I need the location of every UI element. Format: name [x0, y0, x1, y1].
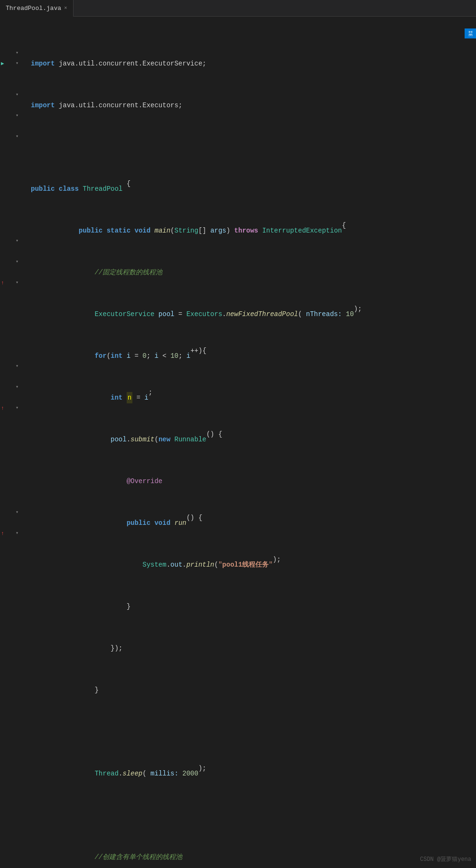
- gutter-line-15: [0, 163, 22, 173]
- code-line-16: }: [31, 685, 476, 695]
- code-line-6: //固定线程数的线程池: [31, 267, 476, 278]
- tab-bar: ThreadPool.java ×: [0, 0, 476, 17]
- code-line-19: [31, 810, 476, 821]
- gutter-line-28: [0, 299, 22, 309]
- gutter-line-21: [0, 225, 22, 236]
- gutter-line-47: [0, 497, 22, 507]
- code-line-8: for(int i = 0; i < 10; i++){: [31, 351, 476, 361]
- gutter-line-54: [0, 570, 22, 580]
- gutter-line-25: [0, 267, 22, 278]
- gutter-line-39: [0, 413, 22, 424]
- gutter-line-8: ▾: [0, 90, 22, 100]
- gutter-line-33: [0, 351, 22, 361]
- gutter-line-27: [0, 288, 22, 299]
- code-line-14: }: [31, 601, 476, 612]
- gutter-line-13: [0, 142, 22, 152]
- gutter-line-41: [0, 434, 22, 445]
- tab-close-button[interactable]: ×: [64, 5, 67, 11]
- gutter-line-43: [0, 455, 22, 466]
- gutter-line-24: ▾: [0, 257, 22, 267]
- code-line-13: System.out.println("pool1线程任务");: [31, 560, 476, 570]
- tab-filename: ThreadPool.java: [6, 5, 61, 12]
- gutter-line-53: [0, 560, 22, 570]
- code-line-2: import java.util.concurrent.Executors;: [31, 100, 476, 111]
- gutter-line-31: [0, 330, 22, 340]
- line-gutter: ▾ ▶▾ ▾ ▾ ▾: [0, 17, 26, 868]
- gutter-line-44: [0, 466, 22, 476]
- gutter-line-10: ▾: [0, 111, 22, 121]
- gutter-line-16: [0, 173, 22, 184]
- code-line-4: public class ThreadPool {: [31, 184, 476, 194]
- gutter-line-52: [0, 549, 22, 560]
- code-line-9: int n = i;: [31, 392, 476, 403]
- gutter-line-50: ↑▾: [0, 528, 22, 539]
- code-line-10: pool.submit(new Runnable() {: [31, 434, 476, 445]
- gutter-line-56: [0, 591, 22, 601]
- gutter-line-40: [0, 424, 22, 434]
- code-area: ▾ ▶▾ ▾ ▾ ▾: [0, 17, 476, 868]
- code-line-12: public void run() {: [31, 518, 476, 528]
- gutter-line-49: [0, 518, 22, 528]
- gutter-line-35: [0, 372, 22, 382]
- code-line-17: [31, 727, 476, 737]
- gutter-line-20: [0, 215, 22, 225]
- gutter-line-48: ▾: [0, 507, 22, 518]
- gutter-line-38: ↑▾: [0, 403, 22, 413]
- code-line-20: //创建含有单个线程的线程池: [31, 852, 476, 862]
- gutter-line-18: [0, 194, 22, 205]
- gutter-line-9: [0, 100, 22, 111]
- editor-container: ▾ ▶▾ ▾ ▾ ▾: [0, 17, 476, 868]
- gutter-line-5: ▶▾: [0, 58, 22, 69]
- gutter-line-26: ↑▾: [0, 278, 22, 288]
- gutter-line-45: [0, 476, 22, 486]
- gutter-line-46: [0, 486, 22, 497]
- gutter-line-17: [0, 184, 22, 194]
- gutter-line-29: [0, 309, 22, 319]
- gutter-line-22: ▾: [0, 236, 22, 246]
- code-line-1: import java.util.concurrent.ExecutorServ…: [31, 58, 476, 69]
- gutter-line-4: ▾: [0, 48, 22, 58]
- code-line-7: ExecutorService pool = Executors.newFixe…: [31, 309, 476, 319]
- gutter-line-23: [0, 246, 22, 257]
- gutter-line-34: ▾: [0, 361, 22, 372]
- code-line-11: @Override: [31, 476, 476, 486]
- gutter-line-37: [0, 392, 22, 403]
- gutter-line-7: [0, 79, 22, 90]
- code-line-3: [31, 142, 476, 152]
- gutter-line-42: [0, 445, 22, 455]
- gutter-line-32: [0, 340, 22, 351]
- gutter-line-6: [0, 69, 22, 79]
- gutter-line-1: [0, 17, 22, 27]
- code-line-15: });: [31, 643, 476, 653]
- gutter-line-11: [0, 121, 22, 131]
- gutter-line-14: [0, 152, 22, 163]
- code-line-5: public static void main(String[] args) t…: [31, 225, 476, 236]
- gutter-line-51: [0, 539, 22, 549]
- gutter-line-55: [0, 580, 22, 591]
- gutter-line-30: [0, 319, 22, 330]
- gutter-line-3: [0, 37, 22, 48]
- watermark: CSDN @菠萝猫yena: [420, 855, 471, 863]
- gutter-line-36: ▾: [0, 382, 22, 392]
- tab-threadpool[interactable]: ThreadPool.java ×: [0, 0, 74, 17]
- gutter-line-12: ▾: [0, 131, 22, 142]
- gutter-line-2: [0, 27, 22, 37]
- code-content: import java.util.concurrent.ExecutorServ…: [26, 17, 476, 868]
- gutter-line-19: [0, 205, 22, 215]
- code-line-18: Thread.sleep( millis: 2000);: [31, 768, 476, 779]
